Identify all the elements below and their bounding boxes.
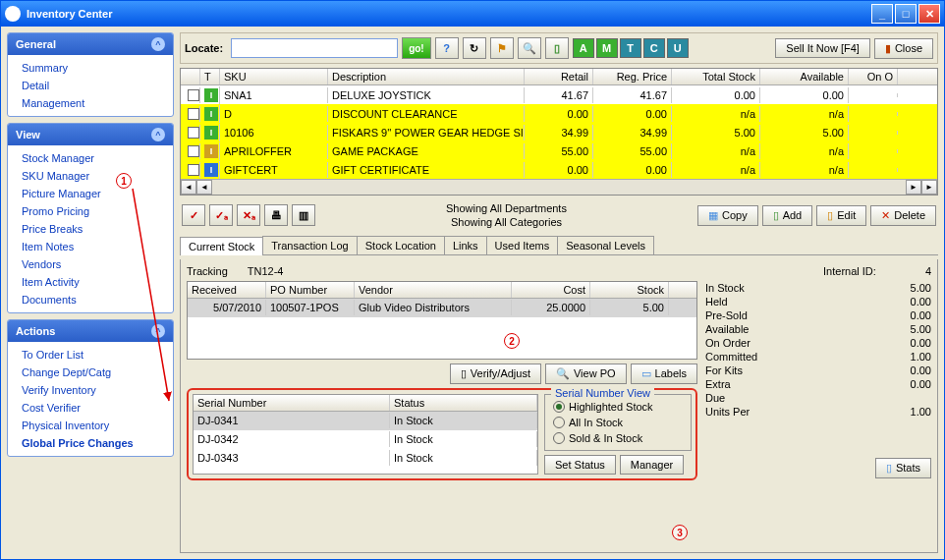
row-checkbox[interactable] (188, 145, 199, 157)
sidebar-item[interactable]: Verify Inventory (8, 381, 173, 399)
tab[interactable]: Transaction Log (262, 236, 357, 254)
info-row: Available5.00 (705, 322, 931, 336)
filter-U[interactable]: U (667, 38, 689, 58)
col-vendor[interactable]: Vendor (355, 282, 512, 298)
flag-icon[interactable]: ⚑ (490, 37, 514, 59)
po-row[interactable]: 5/07/2010 100507-1POS Glub Video Distrib… (188, 299, 696, 317)
sidebar-item[interactable]: Item Notes (8, 238, 173, 255)
print-icon[interactable]: 🖶 (264, 204, 288, 226)
serial-row[interactable]: DJ-0342In Stock (194, 430, 537, 449)
sidebar-item[interactable]: SKU Manager (8, 167, 173, 185)
row-checkbox[interactable] (188, 89, 199, 101)
go-button[interactable]: go! (402, 37, 431, 59)
inventory-row[interactable]: I GIFTCERT GIFT CERTIFICATE 0.00 0.00 n/… (181, 160, 937, 179)
col-received[interactable]: Received (188, 282, 266, 298)
sidebar-item[interactable]: Cost Verifier (8, 399, 173, 417)
sidebar-item[interactable]: Stock Manager (8, 149, 173, 167)
close-button[interactable]: ▮Close (874, 38, 933, 59)
inventory-row[interactable]: I D DISCOUNT CLEARANCE 0.00 0.00 n/a n/a (181, 104, 937, 123)
collapse-icon[interactable]: ^ (151, 324, 165, 338)
col-desc[interactable]: Description (328, 69, 525, 84)
sidebar-item[interactable]: Global Price Changes (8, 434, 173, 452)
sidebar-item[interactable]: Change Dept/Catg (8, 364, 173, 381)
set-status-button[interactable]: Set Status (544, 455, 616, 475)
filter-T[interactable]: T (620, 38, 641, 58)
doc-icon[interactable]: ▯ (545, 37, 569, 59)
check-all-icon[interactable]: ✓ₐ (209, 204, 233, 226)
radio-icon[interactable] (553, 432, 565, 444)
col-stock[interactable]: Stock (590, 282, 669, 298)
copy-button[interactable]: ▦Copy (697, 205, 758, 226)
filter-C[interactable]: C (643, 38, 665, 58)
sidebar-item[interactable]: Picture Manager (8, 185, 173, 202)
uncheck-icon[interactable]: ✕ₐ (237, 204, 260, 226)
refresh-icon[interactable]: ↻ (463, 37, 486, 59)
sidebar-item[interactable]: Physical Inventory (8, 417, 173, 434)
maximize-button[interactable]: □ (895, 4, 917, 24)
radio-option[interactable]: Highlighted Stock (553, 399, 683, 415)
sidebar-item[interactable]: Promo Pricing (8, 202, 173, 220)
sidebar-item[interactable]: Documents (8, 291, 173, 308)
stats-button[interactable]: ▯Stats (875, 458, 931, 478)
sell-it-now-button[interactable]: Sell It Now [F4] (775, 38, 870, 58)
tab[interactable]: Used Items (486, 236, 559, 254)
sidebar-item[interactable]: Management (8, 94, 173, 112)
delete-button[interactable]: ✕Delete (870, 205, 936, 226)
col-serial[interactable]: Serial Number (194, 395, 390, 411)
add-button[interactable]: ▯Add (762, 205, 813, 226)
close-window-button[interactable]: ✕ (918, 4, 940, 24)
radio-icon[interactable] (553, 401, 565, 413)
collapse-icon[interactable]: ^ (151, 37, 165, 51)
sidebar-item[interactable]: Price Breaks (8, 220, 173, 238)
sidebar-item[interactable]: To Order List (8, 346, 173, 364)
col-total[interactable]: Total Stock (672, 69, 760, 84)
radio-option[interactable]: Sold & In Stock (553, 430, 683, 446)
film-icon[interactable]: ▥ (292, 204, 315, 226)
sidebar-item[interactable]: Item Activity (8, 273, 173, 291)
row-checkbox[interactable] (188, 108, 199, 120)
labels-button[interactable]: ▭Labels (631, 364, 697, 384)
tab[interactable]: Seasonal Levels (557, 236, 654, 254)
minimize-button[interactable]: _ (871, 4, 893, 24)
col-t[interactable]: T (200, 69, 220, 84)
verify-adjust-button[interactable]: ▯Verify/Adjust (450, 364, 541, 384)
inventory-row[interactable]: I 10106 FISKARS 9'' POWER GEAR HEDGE SI … (181, 123, 937, 141)
sidebar: General^ SummaryDetailManagement View^ S… (7, 32, 174, 553)
tab[interactable]: Stock Location (357, 236, 445, 254)
check-icon[interactable]: ✓ (182, 204, 205, 226)
inventory-row[interactable]: I SNA1 DELUXE JOYSTICK 41.67 41.67 0.00 … (181, 85, 937, 104)
view-po-button[interactable]: 🔍View PO (545, 364, 627, 384)
sidebar-item[interactable]: Vendors (8, 255, 173, 273)
serial-row[interactable]: DJ-0341In Stock (194, 412, 537, 430)
col-sku[interactable]: SKU (220, 69, 328, 84)
sidebar-item[interactable]: Detail (8, 77, 173, 94)
filter-A[interactable]: A (573, 38, 594, 58)
col-po[interactable]: PO Number (266, 282, 355, 298)
col-onord[interactable]: On O (849, 69, 898, 84)
radio-icon[interactable] (553, 417, 565, 428)
col-avail[interactable]: Available (760, 69, 849, 84)
col-retail[interactable]: Retail (525, 69, 593, 84)
tab[interactable]: Links (444, 236, 487, 254)
inventory-row[interactable]: I APRILOFFER GAME PACKAGE 55.00 55.00 n/… (181, 141, 937, 160)
serial-row[interactable]: DJ-0343In Stock (194, 449, 537, 468)
row-checkbox[interactable] (188, 127, 199, 139)
manager-button[interactable]: Manager (620, 455, 684, 475)
serial-area: Serial Number Status DJ-0341In StockDJ-0… (187, 388, 697, 480)
col-reg[interactable]: Reg. Price (593, 69, 672, 84)
collapse-icon[interactable]: ^ (151, 128, 165, 141)
edit-button[interactable]: ▯Edit (816, 205, 866, 226)
row-checkbox[interactable] (188, 164, 199, 176)
help-icon[interactable]: ? (435, 37, 459, 59)
binoculars-icon[interactable]: 🔍 (518, 37, 541, 59)
filter-M[interactable]: M (596, 38, 618, 58)
radio-option[interactable]: All In Stock (553, 415, 683, 430)
scrollbar-h[interactable]: ◄◄ ►► (181, 179, 937, 195)
col-cost[interactable]: Cost (512, 282, 590, 298)
col-status[interactable]: Status (390, 395, 537, 411)
locate-input[interactable] (231, 38, 398, 58)
sidebar-item[interactable]: Summary (8, 59, 173, 77)
tab[interactable]: Current Stock (180, 237, 263, 255)
panel-title: View (16, 129, 40, 140)
snv-title: Serial Number View (551, 387, 654, 399)
